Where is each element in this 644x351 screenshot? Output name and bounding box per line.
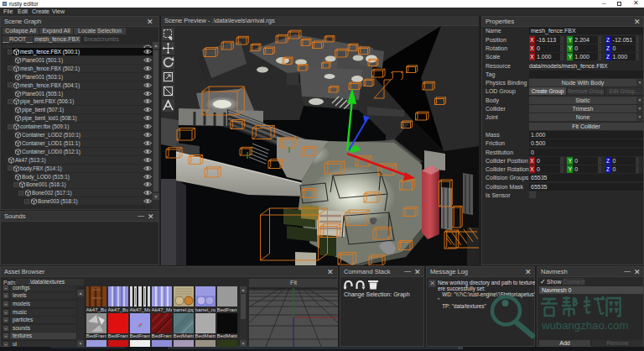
svg-text:wubangzhao.com: wubangzhao.com (541, 319, 628, 332)
